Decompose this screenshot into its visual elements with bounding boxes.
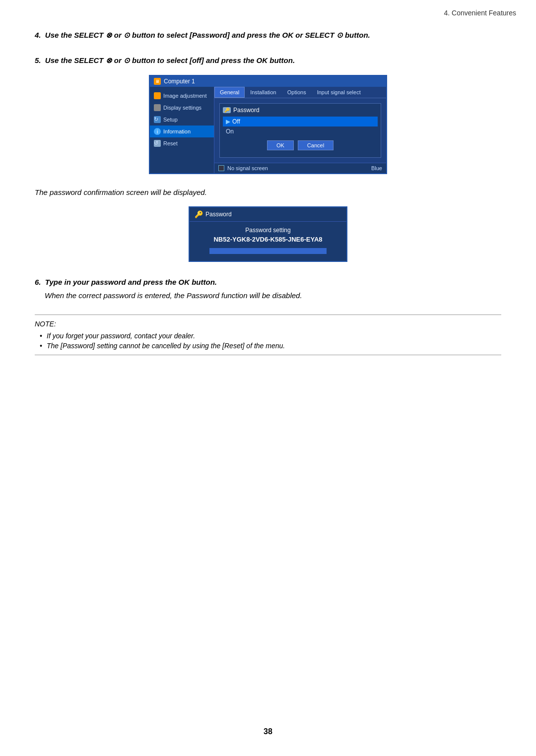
note-bottom-border xyxy=(35,355,501,355)
ui-screenshot-1: 🖥 Computer 1 Image adjustment Display se… xyxy=(149,75,387,174)
no-signal-value: Blue xyxy=(371,165,382,171)
dialog-buttons: OK Cancel xyxy=(226,140,375,150)
ui-tabs: General Installation Options Input signa… xyxy=(214,87,386,98)
no-signal-label: No signal screen xyxy=(227,165,268,171)
ui-bottom-bar: No signal screen Blue xyxy=(214,163,386,173)
option-off-row[interactable]: ▶ Off xyxy=(223,117,378,126)
ui-dialog-area: 🔑 Password ▶ Off On OK xyxy=(214,98,386,163)
step6-text: 6. Type in your password and press the O… xyxy=(35,277,501,288)
password-setting-label: Password setting xyxy=(195,227,341,234)
sidebar-label-display-settings: Display settings xyxy=(163,105,201,111)
step4-text: 4. Use the SELECT ⊗ or ⊙ button to selec… xyxy=(35,30,501,41)
bottom-bar-left: No signal screen xyxy=(218,165,268,171)
sidebar-item-information[interactable]: i Information xyxy=(150,126,214,137)
tab-options[interactable]: Options xyxy=(282,87,312,98)
page-number: 38 xyxy=(264,727,272,736)
computer-icon: 🖥 xyxy=(154,78,161,85)
image-adjustment-icon xyxy=(154,92,161,99)
password-confirm-body: Password setting NB52-YGK8-2VD6-K585-JNE… xyxy=(190,222,346,261)
arrow-icon: ▶ xyxy=(226,118,230,125)
option-off-label: Off xyxy=(232,118,240,125)
tab-general[interactable]: General xyxy=(214,87,245,98)
ok-button[interactable]: OK xyxy=(267,140,294,150)
password-setting-value: NB52-YGK8-2VD6-K585-JNE6-EYA8 xyxy=(195,236,341,243)
cancel-button[interactable]: Cancel xyxy=(298,140,334,150)
confirm-text: The password confirmation screen will be… xyxy=(35,188,501,196)
password-confirm-title-text: Password xyxy=(205,211,232,218)
step5-text: 5. Use the SELECT ⊗ or ⊙ button to selec… xyxy=(35,55,501,66)
information-icon: i xyxy=(154,128,161,135)
page-header: 4. Convenient Features xyxy=(444,9,516,17)
note-item-2: The [Password] setting cannot be cancell… xyxy=(40,342,501,350)
no-signal-checkbox xyxy=(218,165,224,171)
step6-subtext: When the correct password is entered, th… xyxy=(45,291,501,300)
note-label: NOTE: xyxy=(35,320,501,328)
sidebar-label-reset: Reset xyxy=(163,140,178,146)
password-confirm-dialog: 🔑 Password Password setting NB52-YGK8-2V… xyxy=(189,206,347,262)
tab-input-signal-select[interactable]: Input signal select xyxy=(312,87,366,98)
ui-body: Image adjustment Display settings ↻ Setu… xyxy=(150,87,386,173)
sidebar-label-information: Information xyxy=(163,128,191,134)
setup-icon: ↻ xyxy=(154,116,161,123)
option-on-row[interactable]: On xyxy=(223,126,378,136)
note-section: NOTE: If you forget your password, conta… xyxy=(35,315,501,355)
step-5: 5. Use the SELECT ⊗ or ⊙ button to selec… xyxy=(35,55,501,175)
password-confirm-icon: 🔑 xyxy=(195,210,203,218)
password-confirm-title-row: 🔑 Password xyxy=(190,207,346,222)
reset-icon: ↺ xyxy=(154,140,161,147)
sidebar-item-setup[interactable]: ↻ Setup xyxy=(150,114,214,126)
tab-installation[interactable]: Installation xyxy=(245,87,282,98)
sidebar-item-display-settings[interactable]: Display settings xyxy=(150,102,214,114)
step-6: 6. Type in your password and press the O… xyxy=(35,277,501,300)
dialog-title-text: Password xyxy=(233,107,260,114)
note-item-1: If you forget your password, contact you… xyxy=(40,332,501,340)
sidebar-item-image-adjustment[interactable]: Image adjustment xyxy=(150,90,214,102)
note-list: If you forget your password, contact you… xyxy=(35,332,501,350)
password-icon: 🔑 xyxy=(223,107,231,113)
password-dialog-box: 🔑 Password ▶ Off On OK xyxy=(219,103,381,158)
ui-titlebar: 🖥 Computer 1 xyxy=(150,76,386,87)
password-input-bar xyxy=(209,248,327,254)
sidebar-label-setup: Setup xyxy=(163,117,178,123)
sidebar-item-reset[interactable]: ↺ Reset xyxy=(150,137,214,149)
dialog-title-row: 🔑 Password xyxy=(223,107,378,114)
ui-title-text: Computer 1 xyxy=(164,78,195,85)
ui-main-area: General Installation Options Input signa… xyxy=(214,87,386,173)
display-settings-icon xyxy=(154,104,161,111)
option-on-label: On xyxy=(226,128,234,135)
step-4: 4. Use the SELECT ⊗ or ⊙ button to selec… xyxy=(35,30,501,41)
ui-sidebar: Image adjustment Display settings ↻ Setu… xyxy=(150,87,214,173)
sidebar-label-image-adjustment: Image adjustment xyxy=(163,93,206,99)
